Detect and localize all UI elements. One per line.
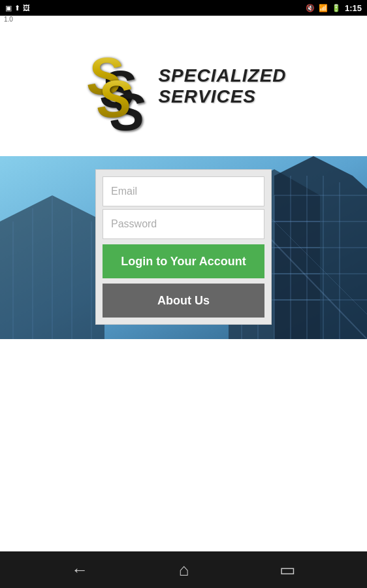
mute-icon: 🔇 — [306, 4, 315, 12]
logo-specialized: SPECIALIZED — [158, 65, 286, 86]
logo-ss-letters: S S S S — [80, 44, 155, 129]
about-button[interactable]: About Us — [103, 284, 264, 318]
version-label: 1.0 — [4, 16, 13, 23]
logo: S S S S SPECIALIZED SERVICES — [80, 44, 286, 129]
home-button[interactable]: ⌂ — [179, 560, 189, 580]
background-section: Login to Your Account About Us — [0, 156, 367, 339]
bottom-nav: ← ⌂ ▭ — [0, 551, 367, 588]
logo-ervices: ERVICES — [171, 86, 256, 106]
status-bar: ▣ ⬆ 🖼 🔇 📶 🔋 1:15 — [0, 0, 367, 16]
wifi-icon: 📶 — [319, 4, 328, 12]
image-icon: 🖼 — [23, 4, 30, 12]
s-char2: S — [158, 86, 171, 106]
back-button[interactable]: ← — [71, 560, 88, 580]
status-right: 🔇 📶 🔋 1:15 — [306, 3, 362, 13]
sync-icon: ⬆ — [14, 4, 20, 12]
notification-icon: ▣ — [5, 4, 12, 12]
content-area — [0, 339, 367, 551]
logo-s-front2: S — [97, 73, 131, 125]
logo-pecialized: PECIALIZED — [171, 65, 286, 86]
login-button[interactable]: Login to Your Account — [103, 244, 264, 278]
logo-services: SERVICES — [158, 86, 286, 107]
s-char: S — [158, 65, 171, 86]
clock: 1:15 — [345, 3, 362, 13]
password-input[interactable] — [103, 209, 264, 239]
recent-button[interactable]: ▭ — [279, 560, 296, 580]
logo-text: SPECIALIZED SERVICES — [158, 65, 286, 107]
email-input[interactable] — [103, 176, 264, 206]
status-left: ▣ ⬆ 🖼 — [5, 4, 30, 12]
battery-icon: 🔋 — [332, 4, 341, 12]
header: S S S S SPECIALIZED SERVICES — [0, 16, 367, 156]
login-card: Login to Your Account About Us — [95, 169, 272, 325]
